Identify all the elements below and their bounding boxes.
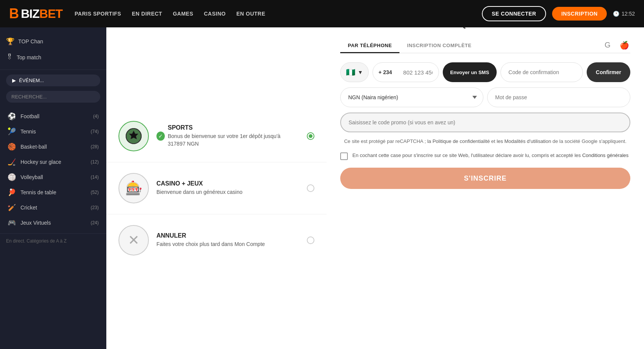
- cg-link[interactable]: Conditions générales: [582, 152, 628, 158]
- recherche-label: RECHERCHE...: [11, 94, 47, 100]
- volleyball-label: Volleyball: [21, 174, 43, 180]
- phone-input-wrap: + 234: [373, 62, 439, 82]
- confirm-button[interactable]: Confirmer: [587, 62, 630, 82]
- search-box[interactable]: RECHERCHE...: [6, 91, 100, 103]
- jeux-virtuels-label: Jeux Virtuels: [21, 220, 51, 226]
- social-tab-icons: G 🍎: [601, 39, 630, 53]
- tab-phone[interactable]: PAR TÉLÉPHONE: [340, 39, 399, 53]
- bonus-sports-option[interactable]: ✓ SPORTS Bonus de bienvenue sur votre 1e…: [106, 110, 327, 162]
- terms-checkbox[interactable]: [340, 152, 348, 160]
- google-icon[interactable]: G: [601, 39, 614, 51]
- tennis-count: (74): [91, 129, 99, 134]
- sidebar-top-chan[interactable]: 🏆 TOP Chan: [6, 33, 100, 49]
- tennis-table-count: (52): [91, 190, 99, 195]
- hockey-icon: 🏒: [8, 158, 16, 166]
- sport-item-cricket[interactable]: 🏏 Cricket (23): [0, 200, 106, 215]
- casino-chips-icon: 🎰: [125, 180, 142, 196]
- sports-bonus-desc: Bonus de bienvenue sur votre 1er dépôt j…: [168, 133, 299, 148]
- evenements-label: ÉVÉNEM...: [19, 78, 44, 83]
- cricket-icon: 🏏: [8, 203, 16, 212]
- nav-en-outre[interactable]: EN OUTRE: [236, 11, 265, 17]
- sport-item-tennis-table[interactable]: 🏓 Tennis de table (52): [0, 185, 106, 200]
- password-input[interactable]: [487, 87, 630, 107]
- main-nav: PARIS SPORTIFS EN DIRECT GAMES CASINO EN…: [75, 11, 470, 17]
- bonus-cancel-option[interactable]: ✕ ANNULER Faites votre choix plus tard d…: [106, 214, 327, 266]
- trophy-icon: 🏆: [6, 37, 14, 46]
- privacy-link[interactable]: la Politique de confidentialité: [427, 138, 490, 144]
- sidebar-top-match[interactable]: 🎖 Top match: [6, 49, 100, 65]
- promo-input[interactable]: [340, 113, 630, 132]
- casino-bonus-desc: Bienvenue dans un généreux casino: [156, 189, 243, 196]
- captcha-text: Ce site est protégé par reCAPTCHA ; la P…: [340, 138, 630, 146]
- basket-label: Basket-ball: [21, 144, 47, 150]
- currency-password-row: NGN (Naira nigérien): [340, 87, 630, 107]
- phone-row: 🇳🇬 ▼ + 234 Envoyer un SMS Confirmer: [340, 62, 630, 82]
- nav-casino[interactable]: CASINO: [204, 11, 226, 17]
- tennis-table-icon: 🏓: [8, 188, 16, 197]
- sport-item-volleyball[interactable]: 🏐 Volleyball (14): [0, 170, 106, 185]
- phone-prefix: + 234: [379, 69, 392, 75]
- sidebar-footer: En direct. Catégories de A à Z: [0, 233, 106, 248]
- logo-biz: BIZBET: [21, 7, 63, 21]
- header-right: SE CONNECTER INSCRIPTION 🕐 12:52: [482, 6, 635, 21]
- register-button[interactable]: S'INSCRIRE: [340, 168, 630, 189]
- nigeria-flag: 🇳🇬: [346, 68, 355, 77]
- cricket-count: (23): [91, 205, 99, 210]
- casino-bonus-text: CASINO + JEUX Bienvenue dans un généreux…: [156, 180, 243, 196]
- jeux-virtuels-count: (24): [91, 220, 99, 225]
- soccer-ball-icon: [125, 127, 143, 145]
- evenements-button[interactable]: ▶ ÉVÉNEM...: [6, 75, 100, 86]
- reg-tabs: PAR TÉLÉPHONE INSCRIPTION COMPLÈTE G 🍎: [340, 39, 630, 53]
- nav-games[interactable]: GAMES: [173, 11, 193, 17]
- nav-paris-sportifs[interactable]: PARIS SPORTIFS: [75, 11, 122, 17]
- jeux-virtuels-icon: 🎮: [8, 219, 16, 227]
- casino-radio[interactable]: [307, 184, 314, 192]
- nav-en-direct[interactable]: EN DIRECT: [132, 11, 162, 17]
- header: B BIZBET PARIS SPORTIFS EN DIRECT GAMES …: [0, 0, 644, 27]
- inscription-button[interactable]: INSCRIPTION: [552, 7, 607, 21]
- checkbox-row: En cochant cette case pour s'inscrire su…: [340, 152, 630, 160]
- sport-item-tennis[interactable]: 🎾 Tennis (74): [0, 124, 106, 139]
- cancel-radio[interactable]: [307, 236, 314, 244]
- tab-complete[interactable]: INSCRIPTION COMPLÈTE: [399, 39, 479, 53]
- confirmation-code-input[interactable]: [500, 62, 583, 82]
- medal-icon: 🎖: [6, 53, 13, 61]
- volleyball-count: (14): [91, 174, 99, 180]
- chevron-down-icon: ▼: [358, 69, 363, 75]
- time-display: 🕐 12:52: [613, 11, 635, 17]
- currency-select[interactable]: NGN (Naira nigérien): [340, 87, 483, 107]
- sport-item-basket[interactable]: 🏀 Basket-ball (28): [0, 139, 106, 154]
- main-layout: 🏆 TOP Chan 🎖 Top match ▶ ÉVÉNEM... RECHE…: [0, 27, 644, 349]
- sports-bonus-title: SPORTS: [168, 124, 299, 131]
- top-match-label: Top match: [17, 54, 41, 60]
- bonus-casino-option[interactable]: 🎰 CASINO + JEUX Bienvenue dans un génére…: [106, 162, 327, 214]
- sport-item-jeux-virtuels[interactable]: 🎮 Jeux Virtuels (24): [0, 215, 106, 230]
- play-icon: ▶: [12, 78, 16, 83]
- football-count: (4): [93, 114, 99, 119]
- sport-item-football[interactable]: ⚽ Football (4): [0, 109, 106, 124]
- connect-button[interactable]: SE CONNECTER: [482, 6, 546, 21]
- basket-count: (28): [91, 144, 99, 149]
- logo-b-icon: B: [9, 6, 19, 22]
- x-icon: ✕: [128, 232, 139, 248]
- sidebar-top: 🏆 TOP Chan 🎖 Top match: [0, 33, 106, 70]
- bonus-panel: ✓ SPORTS Bonus de bienvenue sur votre 1e…: [106, 27, 327, 349]
- volleyball-icon: 🏐: [8, 173, 16, 181]
- top-chan-label: TOP Chan: [18, 38, 43, 44]
- apple-icon[interactable]: 🍎: [618, 39, 630, 51]
- sports-radio[interactable]: [307, 132, 314, 140]
- terms-link[interactable]: les Modalités d'utilisation: [497, 138, 551, 144]
- sport-item-hockey[interactable]: 🏒 Hockey sur glace (12): [0, 154, 106, 170]
- casino-bonus-icon: 🎰: [118, 173, 149, 203]
- cancel-bonus-desc: Faites votre choix plus tard dans Mon Co…: [156, 241, 265, 248]
- cricket-label: Cricket: [21, 205, 37, 211]
- hockey-label: Hockey sur glace: [21, 159, 61, 165]
- basket-icon: 🏀: [8, 143, 16, 151]
- cancel-bonus-text: ANNULER Faites votre choix plus tard dan…: [156, 232, 265, 248]
- sports-bonus-icon: [118, 121, 149, 151]
- casino-bonus-title: CASINO + JEUX: [156, 180, 243, 187]
- logo[interactable]: B BIZBET: [9, 6, 63, 22]
- country-selector[interactable]: 🇳🇬 ▼: [340, 62, 369, 82]
- send-sms-button[interactable]: Envoyer un SMS: [443, 62, 497, 82]
- sidebar: 🏆 TOP Chan 🎖 Top match ▶ ÉVÉNEM... RECHE…: [0, 27, 106, 349]
